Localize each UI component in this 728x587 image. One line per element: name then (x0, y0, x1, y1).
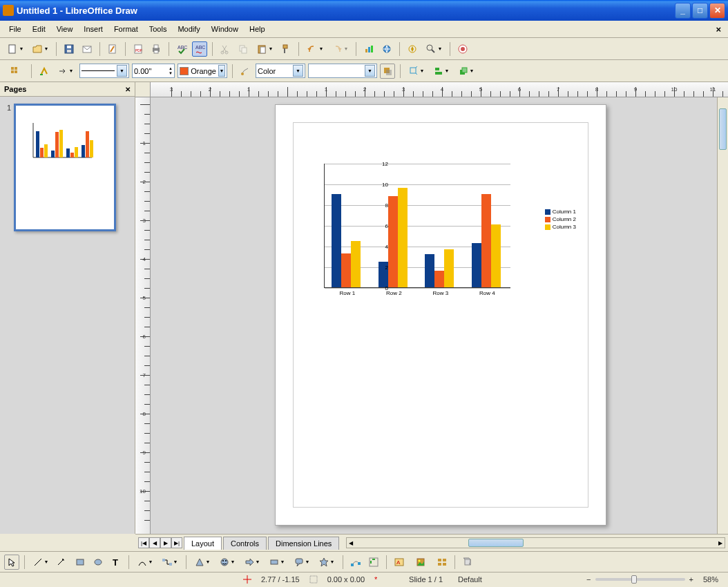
cut-button[interactable] (218, 41, 233, 57)
gluepoints-button[interactable] (37, 64, 52, 79)
shadow-button[interactable] (380, 64, 395, 79)
window-title: Untitled 1 - LibreOffice Draw (17, 6, 675, 16)
work-area: Pages ✕ 1 3211234567891011 (0, 82, 728, 534)
email-button[interactable] (79, 41, 95, 57)
arrange-button[interactable] (238, 64, 253, 79)
help-button[interactable] (455, 41, 470, 57)
last-slide-button[interactable]: ▶| (171, 537, 182, 548)
open-button[interactable]: ▼ (29, 41, 51, 57)
from-file-tool[interactable] (410, 555, 432, 570)
minimize-button[interactable]: _ (675, 3, 691, 19)
tab-layout[interactable]: Layout (184, 537, 222, 550)
align-button[interactable]: ▼ (430, 64, 452, 79)
text-tool[interactable]: T (108, 555, 124, 570)
svg-rect-3 (67, 46, 71, 48)
status-zoom[interactable]: 58% (698, 575, 724, 584)
horizontal-ruler[interactable]: 3211234567891011 (151, 82, 728, 97)
zoom-out-button[interactable]: − (586, 575, 591, 584)
close-button[interactable]: ✕ (709, 3, 725, 19)
vertical-ruler[interactable]: 12345678910 (135, 97, 151, 534)
svg-rect-81 (310, 576, 317, 583)
chart-object[interactable]: Column 1Column 2Column 3 024681012Row 1R… (307, 160, 576, 312)
horizontal-scrollbar[interactable]: ◀ ▶ (346, 537, 725, 548)
extrusion-tool[interactable] (460, 555, 475, 570)
svg-line-56 (58, 559, 64, 565)
arrange-button-2[interactable]: ▼ (455, 64, 477, 79)
save-button[interactable] (61, 41, 77, 57)
tab-dimension-lines[interactable]: Dimension Lines (268, 537, 339, 550)
arrow-style-button[interactable]: ▼ (55, 64, 77, 79)
autospellcheck-button[interactable]: ABC (192, 41, 207, 57)
points-tool[interactable] (348, 555, 363, 570)
svg-rect-19 (283, 45, 287, 48)
format-paintbrush-button[interactable] (278, 41, 294, 57)
line-style-combo[interactable]: ▼ (79, 64, 129, 78)
gluepoint-tool[interactable] (366, 555, 381, 570)
zoom-in-button[interactable]: + (689, 575, 693, 584)
line-color-combo[interactable]: Orange▼ (178, 64, 227, 78)
connector-tool[interactable]: ▼ (159, 555, 181, 570)
vertical-scrollbar[interactable] (717, 97, 728, 534)
stars-tool[interactable]: ▼ (316, 555, 338, 570)
select-tool[interactable] (4, 555, 19, 570)
menu-view[interactable]: View (52, 23, 78, 35)
menu-file[interactable]: File (4, 23, 26, 35)
display-grid-button[interactable] (4, 64, 26, 79)
chart-button[interactable] (361, 41, 376, 57)
drawing-canvas[interactable]: Column 1Column 2Column 3 024681012Row 1R… (151, 97, 717, 534)
rectangle-tool[interactable] (73, 555, 88, 570)
zoom-slider[interactable] (595, 578, 685, 581)
maximize-button[interactable]: □ (692, 3, 708, 19)
prev-slide-button[interactable]: ◀ (149, 537, 160, 548)
pages-panel-close-icon[interactable]: ✕ (125, 86, 131, 93)
new-button[interactable]: ▼ (4, 41, 26, 57)
line-tool[interactable]: ▼ (30, 555, 52, 570)
next-slide-button[interactable]: ▶ (160, 537, 171, 548)
export-pdf-button[interactable]: PDF (131, 41, 146, 57)
area-fill-combo[interactable]: ▼ (308, 64, 377, 78)
first-slide-button[interactable]: |◀ (138, 537, 149, 548)
tab-controls[interactable]: Controls (223, 537, 267, 550)
flowcharts-tool[interactable]: ▼ (266, 555, 288, 570)
callouts-tool[interactable]: ▼ (291, 555, 313, 570)
spellcheck-button[interactable]: ABC (174, 41, 189, 57)
close-document-icon[interactable]: × (713, 24, 724, 35)
edit-file-button[interactable] (105, 41, 120, 57)
page-thumbnail-1[interactable]: 1 (7, 104, 128, 231)
svg-rect-0 (9, 45, 15, 53)
view-tabbar: |◀ ◀ ▶ ▶| Layout Controls Dimension Line… (135, 534, 728, 551)
undo-button[interactable]: ▼ (304, 41, 326, 57)
page: Column 1Column 2Column 3 024681012Row 1R… (275, 104, 606, 526)
svg-text:PDF: PDF (135, 48, 142, 52)
menu-modify[interactable]: Modify (173, 23, 204, 35)
line-width-combo[interactable]: 0.00"▲▼ (132, 64, 175, 78)
basic-shapes-tool[interactable]: ▼ (191, 555, 213, 570)
menu-window[interactable]: Window (207, 23, 243, 35)
ellipse-tool[interactable] (90, 555, 106, 570)
navigator-button[interactable] (405, 41, 420, 57)
curve-tool[interactable]: ▼ (134, 555, 156, 570)
menu-help[interactable]: Help (245, 23, 270, 35)
gallery-tool[interactable] (434, 555, 450, 570)
redo-button[interactable]: ▼ (329, 41, 351, 57)
zoom-button[interactable]: ▼ (423, 41, 445, 57)
block-arrows-tool[interactable]: ▼ (241, 555, 263, 570)
svg-rect-36 (410, 68, 416, 73)
menu-insert[interactable]: Insert (79, 23, 108, 35)
menu-edit[interactable]: Edit (28, 23, 50, 35)
menu-format[interactable]: Format (109, 23, 143, 35)
fontwork-tool[interactable]: A (392, 555, 407, 570)
copy-button[interactable] (236, 41, 251, 57)
svg-rect-38 (435, 72, 442, 75)
svg-text:ABC: ABC (178, 45, 187, 50)
line-arrow-tool[interactable] (55, 555, 70, 570)
svg-rect-57 (77, 559, 84, 565)
print-button[interactable] (149, 41, 164, 57)
paste-button[interactable]: ▼ (253, 41, 276, 57)
drawing-toolbar: ▼ T ▼ ▼ ▼ ▼ ▼ ▼ ▼ ▼ A (0, 551, 728, 572)
menu-tools[interactable]: Tools (144, 23, 172, 35)
area-style-combo[interactable]: Color▼ (256, 64, 305, 78)
effects-button[interactable]: ▼ (405, 64, 428, 79)
hyperlink-button[interactable] (379, 41, 394, 57)
symbol-shapes-tool[interactable]: ▼ (216, 555, 238, 570)
